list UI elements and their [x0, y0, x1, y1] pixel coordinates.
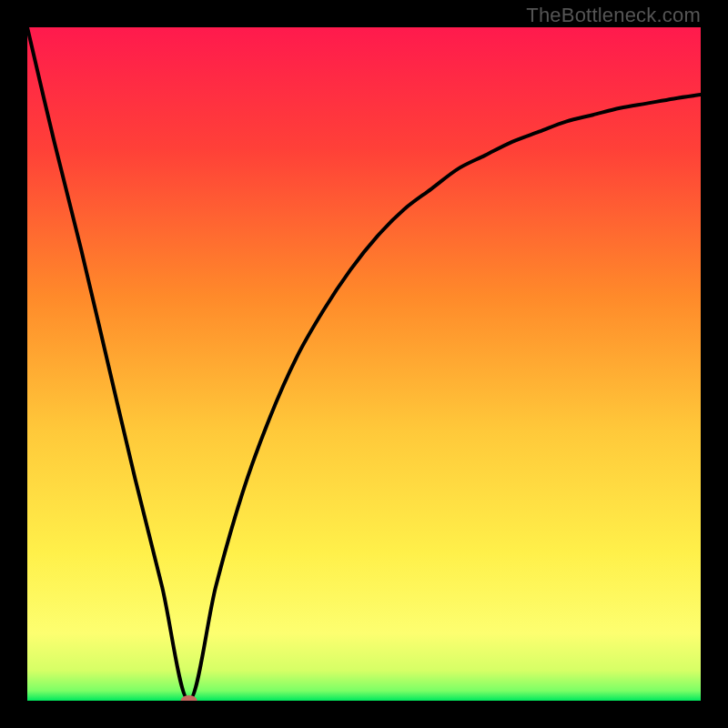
bottleneck-chart	[27, 27, 701, 701]
chart-background	[27, 27, 701, 701]
watermark-text: TheBottleneck.com	[526, 4, 701, 27]
chart-frame	[27, 27, 701, 701]
